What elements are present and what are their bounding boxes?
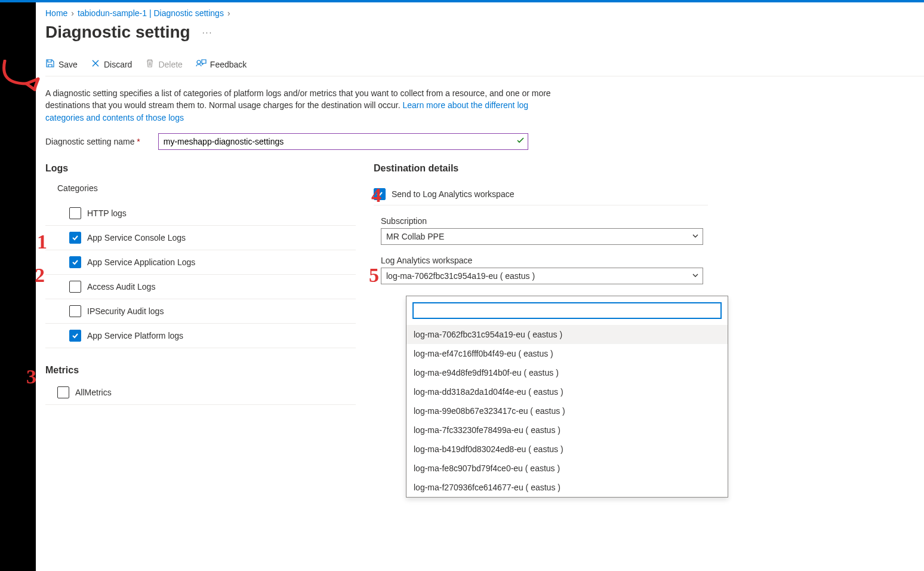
log-category-label: App Service Platform logs [87, 331, 183, 340]
metrics-heading: Metrics [45, 365, 356, 376]
log-category-checkbox[interactable] [69, 281, 81, 293]
logs-heading: Logs [45, 163, 356, 174]
save-button[interactable]: Save [45, 59, 78, 70]
workspace-option[interactable]: log-ma-f270936fce614677-eu ( eastus ) [406, 478, 728, 497]
workspace-select[interactable]: log-ma-7062fbc31c954a19-eu ( eastus ) [381, 268, 703, 284]
metric-allmetrics-row: AllMetrics [45, 380, 356, 405]
delete-button: Delete [145, 59, 182, 70]
log-category-checkbox[interactable] [69, 330, 81, 342]
log-category-checkbox[interactable] [69, 207, 81, 219]
delete-label: Delete [158, 60, 182, 69]
breadcrumb-home[interactable]: Home [45, 8, 67, 18]
chevron-down-icon [692, 271, 699, 281]
workspace-search-input[interactable] [412, 302, 722, 319]
log-category-row: IPSecurity Audit logs [45, 299, 356, 324]
log-category-checkbox[interactable] [69, 305, 81, 317]
svg-point-0 [197, 60, 201, 64]
breadcrumb-sep: › [71, 8, 74, 18]
log-category-label: HTTP logs [87, 208, 127, 218]
setting-name-label: Diagnostic setting name * [45, 137, 140, 146]
log-category-row: App Service Application Logs [45, 250, 356, 275]
metric-allmetrics-checkbox[interactable] [57, 386, 69, 398]
workspace-option[interactable]: log-ma-ef47c16fff0b4f49-eu ( eastus ) [406, 344, 728, 363]
workspace-dropdown: log-ma-7062fbc31c954a19-eu ( eastus )log… [406, 296, 728, 498]
log-category-row: Access Audit Logs [45, 275, 356, 299]
log-category-row: App Service Console Logs [45, 226, 356, 250]
discard-button[interactable]: Discard [91, 59, 132, 70]
log-category-row: App Service Platform logs [45, 324, 356, 348]
feedback-icon [196, 59, 207, 70]
feedback-label: Feedback [210, 60, 247, 69]
log-category-checkbox[interactable] [69, 232, 81, 244]
destination-heading: Destination details [374, 163, 708, 174]
metric-allmetrics-label: AllMetrics [75, 388, 112, 397]
log-category-label: App Service Console Logs [87, 233, 186, 242]
breadcrumb-resource[interactable]: tabiodun-sample-1 | Diagnostic settings [78, 8, 224, 18]
workspace-option[interactable]: log-ma-fe8c907bd79f4ce0-eu ( eastus ) [406, 459, 728, 478]
page-actions-ellipsis[interactable]: ··· [202, 27, 213, 37]
subscription-value: MR Collab PPE [386, 232, 444, 241]
workspace-value: log-ma-7062fbc31c954a19-eu ( eastus ) [386, 271, 535, 281]
chevron-down-icon [692, 232, 699, 241]
workspace-option-list[interactable]: log-ma-7062fbc31c954a19-eu ( eastus )log… [406, 325, 728, 497]
save-icon [45, 59, 55, 70]
valid-check-icon [516, 136, 525, 147]
save-label: Save [58, 60, 78, 69]
workspace-option[interactable]: log-ma-e94d8fe9df914b0f-eu ( eastus ) [406, 363, 728, 382]
intro-text: A diagnostic setting specifies a list of… [45, 87, 559, 124]
left-sidebar [0, 2, 36, 571]
toolbar: Save Discard Delete Feedback [45, 59, 924, 76]
workspace-option[interactable]: log-ma-dd318a2da1d04f4e-eu ( eastus ) [406, 382, 728, 401]
log-category-label: Access Audit Logs [87, 282, 155, 291]
log-category-label: IPSecurity Audit logs [87, 306, 164, 316]
workspace-label: Log Analytics workspace [381, 256, 708, 265]
subscription-select[interactable]: MR Collab PPE [381, 228, 703, 245]
log-category-row: HTTP logs [45, 201, 356, 226]
log-category-checkbox[interactable] [69, 256, 81, 268]
workspace-option[interactable]: log-ma-7fc33230fe78499a-eu ( eastus ) [406, 420, 728, 440]
send-la-checkbox[interactable] [374, 188, 386, 200]
workspace-option[interactable]: log-ma-b419df0d83024ed8-eu ( eastus ) [406, 440, 728, 459]
workspace-option[interactable]: log-ma-99e08b67e323417c-eu ( eastus ) [406, 401, 728, 420]
trash-icon [145, 59, 155, 70]
discard-label: Discard [104, 60, 132, 69]
breadcrumb: Home › tabiodun-sample-1 | Diagnostic se… [45, 8, 924, 18]
breadcrumb-trailing-chevron: › [227, 8, 230, 18]
send-la-row: Send to Log Analytics workspace [374, 183, 708, 205]
subscription-label: Subscription [381, 216, 708, 226]
workspace-option[interactable]: log-ma-7062fbc31c954a19-eu ( eastus ) [406, 325, 728, 344]
feedback-button[interactable]: Feedback [196, 59, 247, 70]
setting-name-input[interactable] [158, 133, 528, 150]
categories-subheading: Categories [57, 183, 356, 193]
close-icon [91, 59, 100, 70]
page-title: Diagnostic setting [45, 23, 190, 42]
send-la-label: Send to Log Analytics workspace [392, 189, 514, 199]
log-category-label: App Service Application Logs [87, 257, 195, 267]
